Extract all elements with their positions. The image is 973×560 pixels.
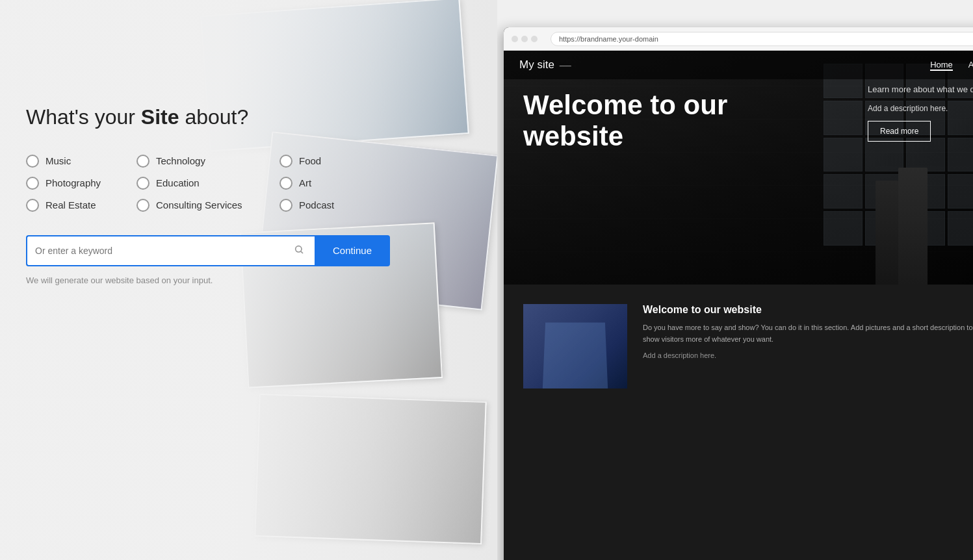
site-header: My site — Home Abo	[504, 51, 973, 79]
radio-education[interactable]	[136, 177, 149, 190]
window-pane	[824, 174, 863, 209]
left-panel: What's your Site about? Music Photograph…	[0, 0, 497, 560]
window-pane	[948, 211, 974, 246]
address-bar[interactable]: https://brandname.your-domain	[551, 32, 973, 46]
site-nav: Home Abo	[930, 60, 973, 71]
window-pane	[948, 138, 974, 172]
label-technology: Technology	[156, 155, 205, 166]
label-photography: Photography	[45, 177, 101, 188]
window-pane	[824, 211, 863, 246]
hero-section: Welcome to our website Learn more about …	[504, 51, 973, 285]
search-row: Continue	[26, 235, 390, 266]
label-music: Music	[45, 155, 71, 166]
window-pane	[865, 138, 904, 172]
category-food[interactable]: Food	[279, 155, 383, 168]
page-headline: What's your Site about?	[26, 104, 471, 131]
hero-right-content: Learn more about what we do Add a descri…	[868, 83, 973, 142]
below-fold-image-inner	[523, 304, 627, 388]
site-title-dash: —	[560, 58, 571, 72]
headline-prefix: What's your	[26, 105, 141, 129]
nav-about[interactable]: Abo	[968, 60, 973, 71]
search-icon	[294, 244, 304, 255]
dot-yellow	[521, 36, 528, 42]
headline-suffix: about?	[179, 105, 249, 129]
read-more-button[interactable]: Read more	[868, 121, 931, 142]
category-consulting[interactable]: Consulting Services	[136, 199, 279, 212]
hero-title: Welcome to our website	[523, 90, 731, 153]
below-fold-section: Welcome to our website Do you have more …	[504, 285, 973, 408]
category-education[interactable]: Education	[136, 177, 279, 190]
label-podcast: Podcast	[299, 199, 334, 210]
below-fold-title: Welcome to our website	[643, 304, 973, 316]
window-pane	[824, 138, 863, 172]
window-pane	[948, 174, 974, 209]
search-input[interactable]	[35, 246, 291, 256]
radio-photography[interactable]	[26, 177, 39, 190]
label-consulting: Consulting Services	[156, 199, 242, 210]
building-shape	[543, 322, 608, 388]
below-fold-sub: Add a description here.	[643, 351, 973, 359]
dot-green	[531, 36, 538, 42]
person-silhouette-2	[876, 181, 898, 285]
dot-red	[512, 36, 518, 42]
svg-point-0	[296, 246, 302, 251]
category-podcast[interactable]: Podcast	[279, 199, 383, 212]
below-fold-image	[523, 304, 627, 388]
person-silhouette-1	[898, 168, 928, 285]
category-photography[interactable]: Photography	[26, 177, 136, 190]
radio-consulting[interactable]	[136, 199, 149, 212]
svg-line-1	[301, 251, 303, 253]
hero-description-title: Learn more about what we do	[868, 83, 973, 96]
helper-text: We will generate our website based on yo…	[26, 275, 471, 285]
right-panel: https://brandname.your-domain My site — …	[497, 0, 973, 560]
category-col-2: Food Art Podcast	[279, 155, 383, 212]
nav-home[interactable]: Home	[930, 60, 953, 71]
browser-window: https://brandname.your-domain My site — …	[504, 27, 973, 560]
radio-food[interactable]	[279, 155, 292, 168]
radio-real-estate[interactable]	[26, 199, 39, 212]
url-text: https://brandname.your-domain	[559, 35, 658, 43]
browser-dots	[512, 36, 538, 42]
label-art: Art	[299, 177, 311, 188]
radio-podcast[interactable]	[279, 199, 292, 212]
category-music[interactable]: Music	[26, 155, 136, 168]
label-food: Food	[299, 155, 321, 166]
category-col-0: Music Photography Real Estate	[26, 155, 136, 212]
radio-technology[interactable]	[136, 155, 149, 168]
label-real-estate: Real Estate	[45, 199, 96, 210]
below-fold-description: Do you have more to say and show? You ca…	[643, 322, 973, 345]
site-title: My site	[519, 58, 554, 71]
website-preview: My site — Home Abo	[504, 51, 973, 560]
category-art[interactable]: Art	[279, 177, 383, 190]
radio-music[interactable]	[26, 155, 39, 168]
headline-bold: Site	[141, 105, 179, 129]
window-pane	[906, 138, 945, 172]
window-pane	[824, 101, 863, 135]
search-container	[26, 235, 315, 266]
search-icon-button[interactable]	[291, 242, 307, 260]
category-real-estate[interactable]: Real Estate	[26, 199, 136, 212]
hero-description-sub: Add a description here.	[868, 103, 973, 114]
category-grid: Music Photography Real Estate Technology	[26, 155, 471, 212]
category-col-1: Technology Education Consulting Services	[136, 155, 279, 212]
label-education: Education	[156, 177, 200, 188]
radio-art[interactable]	[279, 177, 292, 190]
category-technology[interactable]: Technology	[136, 155, 279, 168]
browser-toolbar: https://brandname.your-domain	[504, 27, 973, 51]
left-content: What's your Site about? Music Photograph…	[0, 0, 497, 311]
below-fold-text: Welcome to our website Do you have more …	[643, 304, 973, 388]
continue-button[interactable]: Continue	[315, 235, 390, 266]
